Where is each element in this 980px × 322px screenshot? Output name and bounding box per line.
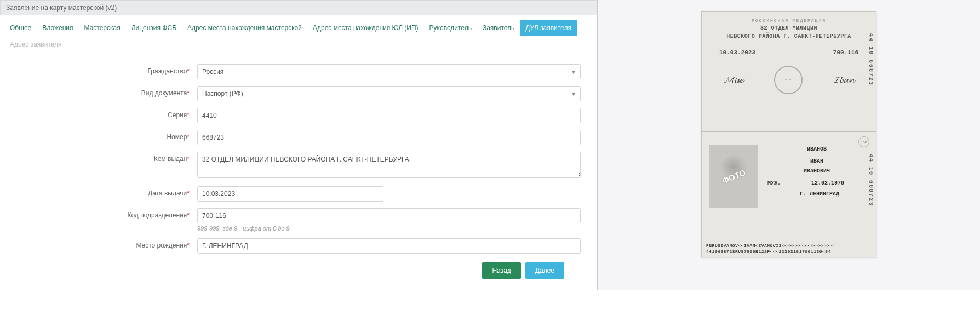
rf-emblem-icon: РФ xyxy=(858,136,869,147)
passport-scan: 44 10 668723 44 10 668723 РОССИЙСКАЯ ФЕД… xyxy=(701,11,876,257)
tab-applicant[interactable]: Заявитель xyxy=(477,20,520,36)
dept-code-input[interactable] xyxy=(197,208,581,223)
label-issue-date: Дата выдачи* xyxy=(11,186,197,197)
tab-attachments[interactable]: Вложения xyxy=(37,20,78,36)
signature-left: 𝓜𝓲𝓼𝓮 xyxy=(724,75,743,85)
series-input[interactable] xyxy=(197,108,581,123)
tab-general[interactable]: Общее xyxy=(4,20,37,36)
label-doc-type: Вид документа* xyxy=(11,86,197,97)
tab-fsb-license[interactable]: Лицензия ФСБ xyxy=(126,20,182,36)
tab-applicant-address: Адрес заявителя xyxy=(4,36,67,53)
label-issued-by: Кем выдан* xyxy=(11,152,197,163)
tab-legal-address[interactable]: Адрес места нахождения ЮЛ (ИП) xyxy=(307,20,424,36)
dept-code-help: 999-999, где 9 - цифра от 0 до 9 xyxy=(197,225,581,232)
stamp-icon: ⚬⚬ xyxy=(774,66,803,94)
signature-right: 𝓘𝓫𝓪𝓷 xyxy=(834,75,854,85)
window-title: Заявление на карту мастерской (v2) xyxy=(0,0,597,15)
document-preview-pane: 44 10 668723 44 10 668723 РОССИЙСКАЯ ФЕД… xyxy=(597,0,980,290)
back-button[interactable]: Назад xyxy=(482,262,520,279)
passport-country-header: РОССИЙСКАЯ ФЕДЕРАЦИЯ xyxy=(708,18,869,23)
passport-pob: Г. ЛЕНИНГРАД xyxy=(784,191,855,197)
tab-applicant-id-doc[interactable]: ДУЛ заявителя xyxy=(520,20,577,36)
label-dept-code: Код подразделения* xyxy=(11,208,197,219)
citizenship-select[interactable]: Россия xyxy=(197,64,581,79)
label-number: Номер* xyxy=(11,130,197,141)
passport-sex: МУЖ. xyxy=(767,180,781,186)
tab-workshop-address[interactable]: Адрес места нахождения мастерской xyxy=(182,20,307,36)
issued-by-textarea[interactable]: 32 ОТДЕЛ МИЛИЦИИ НЕВСКОГО РАЙОНА Г. САНК… xyxy=(197,152,581,178)
label-birth-place: Место рождения* xyxy=(11,238,197,249)
passport-surname: ИВАНОВ xyxy=(784,146,850,152)
passport-issuer-line1: 32 ОТДЕЛ МИЛИЦИИ xyxy=(708,25,869,31)
passport-dob: 12.02.1978 xyxy=(811,180,844,186)
number-input[interactable] xyxy=(197,130,581,145)
label-series: Серия* xyxy=(11,108,197,119)
tabs-bar: Общее Вложения Мастерская Лицензия ФСБ А… xyxy=(0,20,597,53)
tab-workshop[interactable]: Мастерская xyxy=(79,20,126,36)
birth-place-input[interactable] xyxy=(197,238,581,254)
passport-name: ИВАН xyxy=(784,158,850,164)
passport-issuer-line2: НЕВСКОГО РАЙОНА Г. САНКТ-ПЕТЕРБУРГА xyxy=(708,33,869,39)
next-button[interactable]: Далее xyxy=(525,262,564,279)
passport-photo: ФОТО xyxy=(709,145,758,208)
passport-dept-code: 700-116 xyxy=(833,49,858,56)
photo-placeholder-label: ФОТО xyxy=(720,168,747,186)
passport-issue-date: 10.03.2023 xyxy=(719,49,755,56)
form-container: Гражданство* Россия ▼ Вид документа* Пас… xyxy=(0,53,597,290)
tab-director[interactable]: Руководитель xyxy=(424,20,477,36)
doc-type-select[interactable]: Паспорт (РФ) xyxy=(197,86,581,101)
issue-date-input[interactable] xyxy=(197,186,383,202)
passport-patronymic: ИВАНОВИЧ xyxy=(784,168,850,174)
label-citizenship: Гражданство* xyxy=(11,64,197,75)
passport-mrz: PNRUSIVANOV<<IVAN<IVANOVI3<<<<<<<<<<<<<<… xyxy=(706,243,872,255)
